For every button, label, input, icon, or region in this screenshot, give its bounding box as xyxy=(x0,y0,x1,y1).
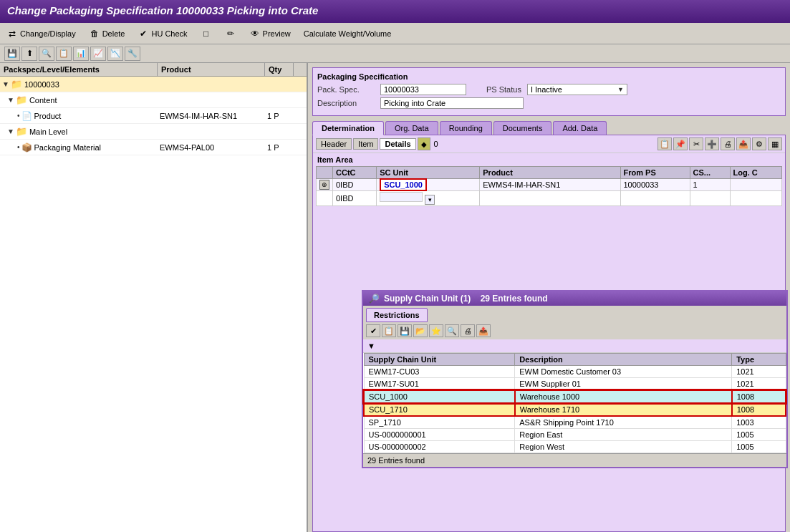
export-btn[interactable]: 📤 xyxy=(736,137,751,150)
paste-btn[interactable]: 📌 xyxy=(673,137,688,150)
delete-row-btn[interactable]: ✂ xyxy=(689,137,703,150)
popup-load-btn[interactable]: 📂 xyxy=(413,324,428,337)
list-item-scu1000[interactable]: SCU_1000 Warehouse 1000 1008 xyxy=(364,390,786,403)
popup-copy-btn[interactable]: 📋 xyxy=(382,324,396,337)
popup-check-btn[interactable]: ✔ xyxy=(366,324,380,337)
list-item[interactable]: SP_1710 AS&R Shipping Point 1710 1003 xyxy=(364,416,786,429)
pack-spec-value: 10000033 xyxy=(380,84,466,95)
tree-row-root[interactable]: ▼ 📁 10000033 xyxy=(0,77,307,92)
tab-add-data[interactable]: Add. Data xyxy=(553,121,607,135)
dropdown-cell[interactable]: ▾ xyxy=(425,195,435,205)
tab-documents[interactable]: Documents xyxy=(493,121,552,135)
save-button[interactable]: 💾 xyxy=(4,47,20,61)
col-sc-unit: SC Unit xyxy=(377,167,480,179)
item-table: CCtC SC Unit Product From PS CS... Log. … xyxy=(316,166,782,206)
desc-cell: EWM Domestic Customer 03 xyxy=(515,366,732,378)
type-cell: 1005 xyxy=(732,429,786,441)
change-display-button[interactable]: ⇄ Change/Display xyxy=(4,27,78,40)
tree-node-label: Content xyxy=(29,96,57,105)
tab-rounding[interactable]: Rounding xyxy=(440,121,492,135)
ps-status-dropdown[interactable]: I Inactive ▼ xyxy=(527,84,627,95)
tree-row-main-level[interactable]: ▼ 📁 Main Level xyxy=(0,124,307,140)
tree-cell-label: • 📦 Packaging Material xyxy=(0,142,158,153)
doc-icon: 📄 xyxy=(21,111,32,121)
pkg-icon: 📦 xyxy=(21,142,32,153)
table-row[interactable]: ⊕ 0IBD SCU_1000 EWMS4-IM-HAR-SN1 1000003… xyxy=(317,179,782,191)
tree-cell-product: EWMS4-IM-HAR-SN1 xyxy=(158,111,265,121)
popup-export-btn[interactable]: 📤 xyxy=(476,324,491,337)
from-ps-cell-2 xyxy=(620,191,690,206)
preview-icon: 👁 xyxy=(249,28,261,39)
popup-toolbar: ✔ 📋 💾 📂 ⭐ 🔍 🖨 📤 xyxy=(363,322,786,339)
square-button[interactable]: □ xyxy=(198,27,214,40)
list-item[interactable]: US-0000000002 Region West 1005 xyxy=(364,441,786,453)
bullet-arrow: • xyxy=(17,143,20,151)
delete-icon: 🗑 xyxy=(89,28,100,39)
tree-header: Packspec/Level/Elements Product Qty xyxy=(0,63,307,77)
title-bar: Change Packaging Specification 10000033 … xyxy=(0,0,790,23)
cctc-cell-2: 0IBD xyxy=(333,191,377,206)
expand-btn-cell[interactable]: ⊕ xyxy=(317,179,333,191)
type-cell: 1003 xyxy=(732,416,786,429)
popup-save-btn[interactable]: 💾 xyxy=(398,324,412,337)
folder-icon: 📁 xyxy=(16,95,27,105)
tree-row-content[interactable]: ▼ 📁 Content xyxy=(0,92,307,108)
list-item[interactable]: EWM17-CU03 EWM Domestic Customer 03 1021 xyxy=(364,366,786,378)
ps-status-value: I Inactive xyxy=(531,85,562,94)
desc-cell: Warehouse 1000 xyxy=(515,390,732,403)
nav-button-4[interactable]: 📈 xyxy=(90,47,106,61)
grid-btn[interactable]: ▦ xyxy=(768,137,782,150)
settings-btn[interactable]: ⚙ xyxy=(752,137,766,150)
tree-cell-product xyxy=(158,131,265,132)
nav-button-2[interactable]: 📋 xyxy=(56,47,72,61)
popup-table-header: Supply Chain Unit Description Type xyxy=(364,354,786,366)
list-item[interactable]: EWM17-SU01 EWM Supplier 01 1021 xyxy=(364,378,786,391)
delete-button[interactable]: 🗑 Delete xyxy=(87,27,127,40)
tree-row-product[interactable]: • 📄 Product EWMS4-IM-HAR-SN1 1 P xyxy=(0,108,307,124)
type-cell: 1021 xyxy=(732,378,786,391)
nav-button-3[interactable]: 📊 xyxy=(73,47,89,61)
sc-unit-input[interactable]: SCU_1000 xyxy=(380,178,427,191)
hu-check-button[interactable]: ✔ HU Check xyxy=(135,27,189,40)
popup-tabs-row: Restrictions xyxy=(363,306,786,322)
diamond-btn[interactable]: ◆ xyxy=(418,137,430,150)
edit-button[interactable]: ✏ xyxy=(223,27,239,40)
popup-print-btn[interactable]: 🖨 xyxy=(461,324,475,337)
col-description: Description xyxy=(515,354,732,366)
popup-search-btn[interactable]: 🔍 xyxy=(445,324,459,337)
col-type: Type xyxy=(732,354,786,366)
desc-cell: AS&R Shipping Point 1710 xyxy=(515,416,732,429)
popup-star-btn[interactable]: ⭐ xyxy=(429,324,443,337)
header-tab-btn[interactable]: Header xyxy=(316,138,352,150)
popup-tab-restrictions[interactable]: Restrictions xyxy=(366,308,428,322)
nav-button-6[interactable]: 🔧 xyxy=(125,47,140,61)
table-row-2[interactable]: 0IBD ▾ xyxy=(317,191,782,206)
list-item-scu1710[interactable]: SCU_1710 Warehouse 1710 1008 xyxy=(364,403,786,416)
sc-unit-cell-2[interactable]: ▾ xyxy=(377,191,480,206)
details-tab-btn[interactable]: Details xyxy=(380,138,415,150)
nav-button-1[interactable]: 🔍 xyxy=(39,47,54,61)
folder-icon: 📁 xyxy=(11,79,22,90)
type-cell: 1021 xyxy=(732,366,786,378)
nav-button-5[interactable]: 📉 xyxy=(107,47,123,61)
back-button[interactable]: ⬆ xyxy=(21,47,37,61)
tab-org-data[interactable]: Org. Data xyxy=(385,121,438,135)
preview-button[interactable]: 👁 Preview xyxy=(247,27,293,40)
col-product: Product xyxy=(480,167,620,179)
insert-btn[interactable]: ➕ xyxy=(705,137,719,150)
copy-btn[interactable]: 📋 xyxy=(657,137,672,150)
description-value: Picking into Crate xyxy=(380,97,524,109)
list-item[interactable]: US-0000000001 Region East 1005 xyxy=(364,429,786,441)
print-btn[interactable]: 🖨 xyxy=(721,137,735,150)
desc-cell: Region West xyxy=(515,441,732,453)
tab-determination[interactable]: Determination xyxy=(312,121,384,135)
item-tab-btn[interactable]: Item xyxy=(353,138,378,150)
tree-node-label: Main Level xyxy=(29,127,67,136)
tree-row-pkg-material[interactable]: • 📦 Packaging Material EWMS4-PAL00 1 P xyxy=(0,140,307,155)
change-display-icon: ⇄ xyxy=(6,28,18,39)
sc-unit-cell[interactable]: SCU_1000 xyxy=(377,179,480,191)
calc-weight-button[interactable]: Calculate Weight/Volume xyxy=(302,29,394,39)
square-icon: □ xyxy=(201,28,212,39)
expand-icon[interactable]: ⊕ xyxy=(319,180,329,190)
badge: 0 xyxy=(432,140,440,148)
